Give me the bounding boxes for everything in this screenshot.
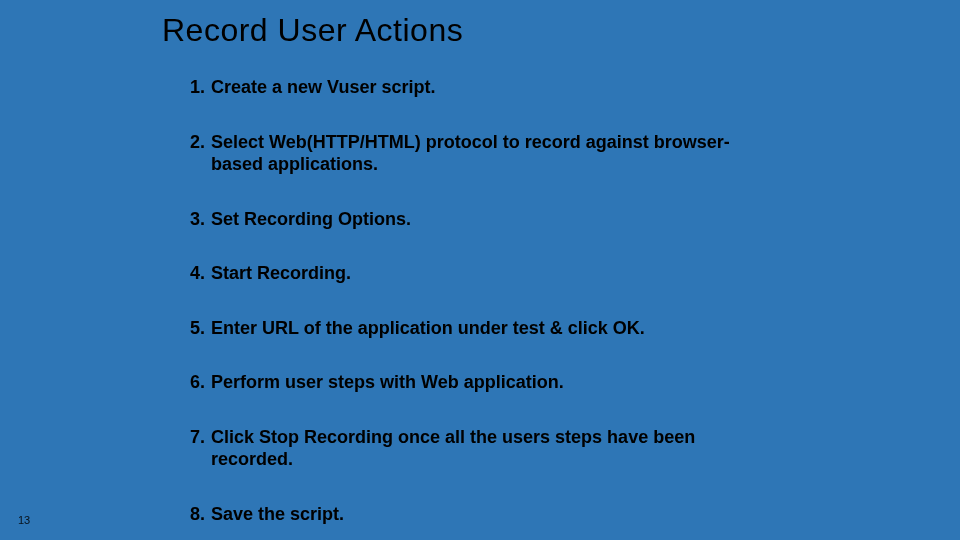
list-item: 7. Click Stop Recording once all the use…: [190, 426, 750, 471]
item-text: Select Web(HTTP/HTML) protocol to record…: [211, 131, 750, 176]
item-number: 3.: [190, 208, 205, 231]
slide: Record User Actions 1. Create a new Vuse…: [0, 0, 960, 540]
list-item: 8. Save the script.: [190, 503, 750, 526]
list-item: 6. Perform user steps with Web applicati…: [190, 371, 750, 394]
list-item: 3. Set Recording Options.: [190, 208, 750, 231]
item-text: Enter URL of the application under test …: [211, 317, 645, 340]
list-item: 2. Select Web(HTTP/HTML) protocol to rec…: [190, 131, 750, 176]
page-number: 13: [18, 514, 30, 526]
item-text: Create a new Vuser script.: [211, 76, 435, 99]
steps-list: 1. Create a new Vuser script. 2. Select …: [190, 76, 750, 540]
item-text: Start Recording.: [211, 262, 351, 285]
item-number: 6.: [190, 371, 205, 394]
list-item: 4. Start Recording.: [190, 262, 750, 285]
item-number: 8.: [190, 503, 205, 526]
slide-title: Record User Actions: [162, 12, 463, 49]
item-text: Click Stop Recording once all the users …: [211, 426, 750, 471]
item-number: 1.: [190, 76, 205, 99]
item-number: 5.: [190, 317, 205, 340]
item-number: 4.: [190, 262, 205, 285]
item-number: 2.: [190, 131, 205, 176]
item-number: 7.: [190, 426, 205, 471]
item-text: Set Recording Options.: [211, 208, 411, 231]
list-item: 5. Enter URL of the application under te…: [190, 317, 750, 340]
item-text: Perform user steps with Web application.: [211, 371, 564, 394]
item-text: Save the script.: [211, 503, 344, 526]
list-item: 1. Create a new Vuser script.: [190, 76, 750, 99]
